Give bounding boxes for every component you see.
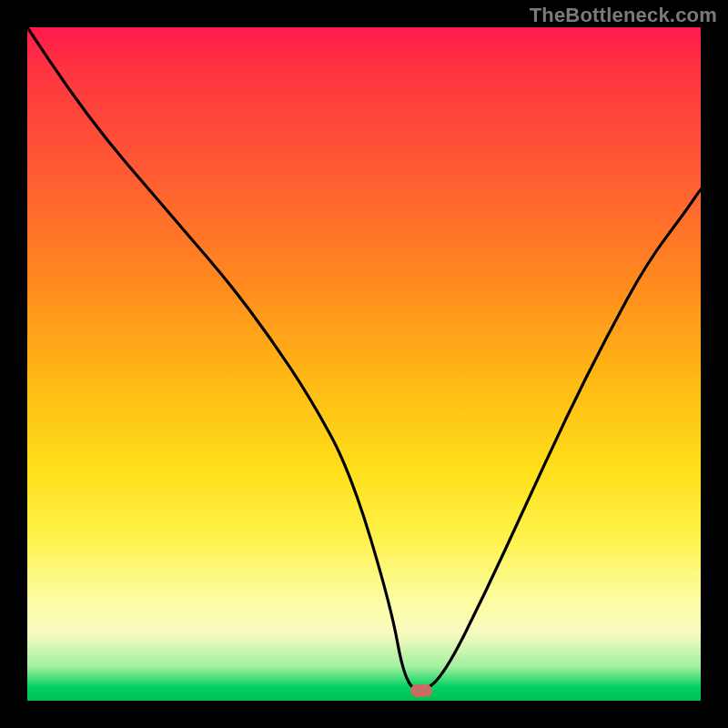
chart-frame: TheBottleneck.com #000000 #ff1a4d #ffe01… [0,0,728,728]
color-top: #ff1a4d [0,0,1,1]
watermark-text: TheBottleneck.com [530,4,717,27]
color-bot: #00c056 [0,0,1,1]
color-marker: #c86d63 [0,0,1,1]
color-curve: #000000 [0,0,1,1]
color-bg: #000000 [0,0,1,1]
plot-area [27,27,701,701]
color-mid: #ffe01a [0,0,1,1]
optimal-point-marker [410,684,432,697]
bottleneck-curve [27,27,701,701]
